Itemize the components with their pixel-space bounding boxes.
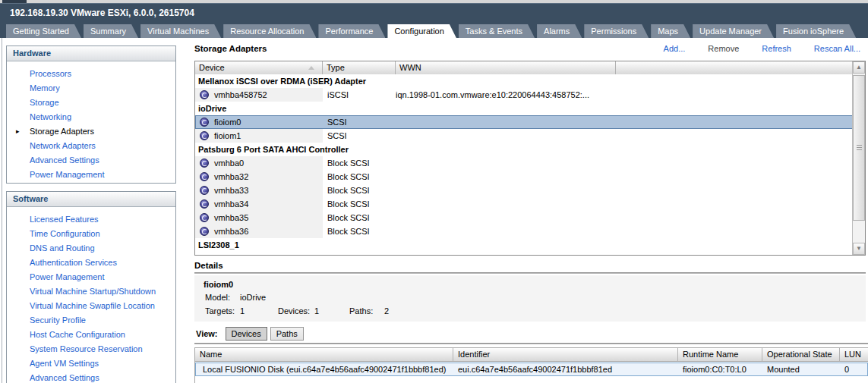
column-header-name[interactable]: Name	[195, 348, 453, 361]
sidebar-item-host-cache-configuration[interactable]: Host Cache Configuration	[7, 328, 175, 342]
sort-ascending-icon	[308, 66, 314, 70]
column-header-identifier[interactable]: Identifier	[453, 348, 678, 361]
scroll-down-icon[interactable]: ▼	[853, 243, 865, 255]
adapter-row-vmhba458752[interactable]: vmhba458752iSCSIiqn.1998-01.com.vmware:e…	[195, 88, 853, 102]
column-header-operational-state[interactable]: Operational State	[762, 348, 840, 361]
action-refresh[interactable]: Refresh	[762, 44, 791, 53]
sidebar-item-label: Agent VM Settings	[30, 359, 99, 368]
tab-fusion-iosphere[interactable]: Fusion ioSphere	[776, 24, 856, 38]
column-header-lun[interactable]: LUN	[840, 348, 868, 361]
tab-getting-started[interactable]: Getting Started	[6, 24, 81, 38]
sidebar-item-dns-and-routing[interactable]: DNS and Routing	[7, 241, 175, 256]
device-row[interactable]: Local FUSIONIO Disk (eui.c64a7e4b56aafc4…	[195, 363, 868, 376]
sidebar-item-storage-adapters[interactable]: ▸Storage Adapters	[7, 124, 175, 139]
sidebar-item-power-management[interactable]: Power Management	[7, 270, 175, 284]
adapter-wwn-cell	[396, 156, 853, 170]
adapter-row-vmhba36[interactable]: vmhba36Block SCSI	[195, 224, 853, 238]
storage-adapter-icon	[200, 118, 209, 127]
adapter-group-header-iodrive: ioDrive	[195, 102, 853, 115]
adapter-row-vmhba0[interactable]: vmhba0Block SCSI	[195, 156, 853, 170]
sidebar-item-label: Advanced Settings	[30, 155, 99, 165]
tab-bar: Getting StartedSummaryVirtual MachinesRe…	[0, 22, 868, 38]
adapter-device-cell: vmhba458752	[195, 88, 323, 102]
action-rescan-all[interactable]: Rescan All...	[814, 44, 860, 53]
storage-adapter-icon	[200, 159, 209, 168]
column-header-runtime-name[interactable]: Runtime Name	[678, 348, 762, 361]
sidebar-item-power-management[interactable]: Power Management	[7, 168, 175, 182]
sidebar-item-network-adapters[interactable]: Network Adapters	[7, 139, 175, 153]
adapter-device-cell: vmhba35	[195, 211, 323, 224]
adapter-row-vmhba33[interactable]: vmhba33Block SCSI	[195, 184, 853, 197]
adapter-wwn-cell	[396, 211, 853, 224]
adapter-table: Device Type WWN Mellanox iSCSI over RDMA…	[194, 61, 866, 256]
tab-alarms[interactable]: Alarms	[537, 24, 582, 38]
adapter-device-cell: vmhba36	[195, 224, 323, 238]
sidebar-item-system-resource-reservation[interactable]: System Resource Reservation	[7, 342, 175, 356]
view-label: View:	[196, 329, 218, 338]
action-add[interactable]: Add...	[664, 44, 686, 53]
column-header-wwn[interactable]: WWN	[396, 61, 616, 74]
software-section-title: Software	[7, 192, 175, 207]
paths-label: Paths:	[349, 306, 373, 316]
scroll-up-icon[interactable]: ▲	[853, 61, 865, 74]
view-button-devices[interactable]: Devices	[226, 327, 267, 341]
tab-configuration[interactable]: Configuration	[387, 24, 456, 38]
host-title: 192.168.19.30 VMware ESXi, 6.0.0, 261570…	[0, 3, 868, 22]
adapter-wwn-cell	[396, 170, 853, 184]
tab-permissions[interactable]: Permissions	[584, 24, 649, 38]
tab-update-manager[interactable]: Update Manager	[693, 24, 774, 38]
selected-item-arrow-icon: ▸	[16, 124, 20, 139]
sidebar-item-label: Power Management	[30, 272, 104, 281]
sidebar-item-processors[interactable]: Processors	[7, 67, 175, 81]
tab-resource-allocation[interactable]: Resource Allocation	[223, 24, 316, 38]
sidebar-item-authentication-services[interactable]: Authentication Services	[7, 256, 175, 270]
scrollbar-thumb[interactable]	[853, 75, 865, 221]
tab-performance[interactable]: Performance	[318, 24, 385, 38]
storage-adapter-icon	[200, 227, 209, 236]
device-table: Name Identifier Runtime Name Operational…	[194, 347, 868, 383]
column-header-device[interactable]: Device	[195, 61, 323, 74]
adapter-wwn-cell	[396, 197, 853, 211]
vsphere-client-window: 192.168.19.30 VMware ESXi, 6.0.0, 261570…	[0, 0, 868, 383]
adapter-type-cell: Block SCSI	[323, 211, 396, 224]
adapter-table-header: Device Type WWN	[195, 61, 853, 75]
sidebar-item-virtual-machine-swapfile-location[interactable]: Virtual Machine Swapfile Location	[7, 299, 175, 313]
adapter-table-scrollbar[interactable]: ▲ ▼	[852, 61, 865, 255]
view-separator	[194, 343, 868, 344]
sidebar-item-virtual-machine-startup-shutdown[interactable]: Virtual Machine Startup/Shutdown	[7, 284, 175, 299]
software-items: Licensed FeaturesTime ConfigurationDNS a…	[7, 207, 175, 383]
sidebar-item-time-configuration[interactable]: Time Configuration	[7, 227, 175, 241]
details-separator	[194, 272, 866, 274]
model-value: ioDrive	[240, 293, 266, 302]
adapter-device-cell: fioiom0	[195, 115, 323, 129]
sidebar-item-agent-vm-settings[interactable]: Agent VM Settings	[7, 356, 175, 371]
sidebar-item-advanced-settings[interactable]: Advanced Settings	[7, 153, 175, 168]
view-button-paths[interactable]: Paths	[270, 327, 304, 341]
devices-label: Devices:	[278, 306, 310, 316]
sidebar-item-storage[interactable]: Storage	[7, 96, 175, 110]
column-header-type[interactable]: Type	[323, 61, 396, 74]
tab-virtual-machines[interactable]: Virtual Machines	[140, 24, 221, 38]
tab-tasks-events[interactable]: Tasks & Events	[459, 24, 535, 38]
adapter-row-vmhba34[interactable]: vmhba34Block SCSI	[195, 197, 853, 211]
adapter-wwn-cell	[396, 184, 853, 197]
sidebar-item-security-profile[interactable]: Security Profile	[7, 313, 175, 328]
sidebar-item-advanced-settings[interactable]: Advanced Settings	[7, 371, 175, 383]
sidebar-item-label: System Resource Reservation	[30, 344, 143, 353]
adapter-row-fioiom0[interactable]: fioiom0SCSI	[195, 115, 853, 129]
sidebar-item-networking[interactable]: Networking	[7, 110, 175, 124]
devices-value: 1	[314, 306, 319, 316]
tab-maps[interactable]: Maps	[651, 24, 690, 38]
tab-summary[interactable]: Summary	[84, 24, 138, 38]
adapter-row-fioiom1[interactable]: fioiom1SCSI	[195, 129, 853, 143]
sidebar-item-memory[interactable]: Memory	[7, 81, 175, 96]
adapter-row-vmhba32[interactable]: vmhba32Block SCSI	[195, 170, 853, 184]
frame-divider	[2, 38, 2, 383]
adapter-row-vmhba35[interactable]: vmhba35Block SCSI	[195, 211, 853, 224]
action-remove[interactable]: Remove	[708, 44, 739, 53]
storage-adapter-icon	[200, 199, 209, 209]
adapter-wwn-cell: iqn.1998-01.com.vmware:e10:220064443:458…	[396, 88, 853, 102]
column-header-device-label: Device	[199, 63, 225, 72]
sidebar-item-licensed-features[interactable]: Licensed Features	[7, 212, 175, 227]
device-runtime-name-cell: fioiom0:C0:T0:L0	[678, 363, 762, 376]
